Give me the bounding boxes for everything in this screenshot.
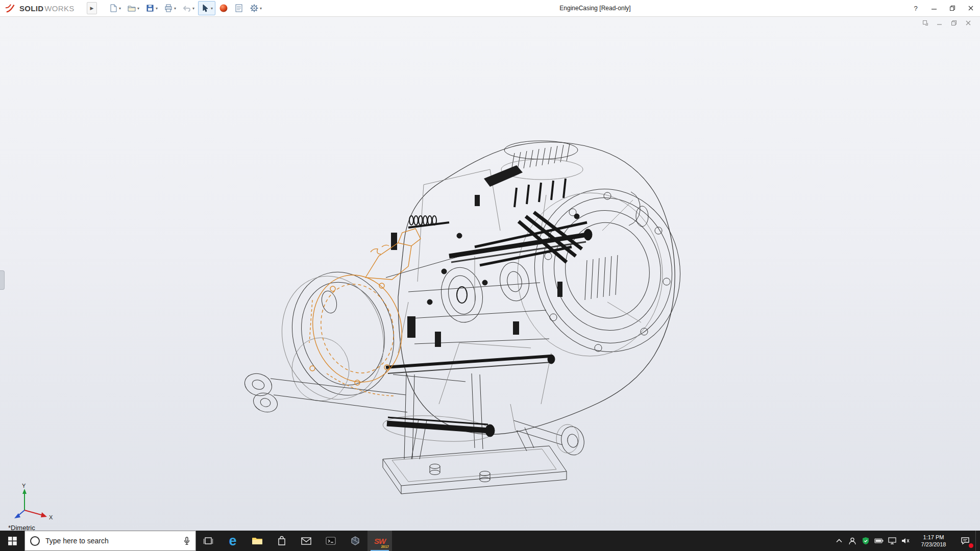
triad-x-label: X [49, 514, 53, 520]
battery-icon [874, 538, 884, 543]
print-button[interactable]: ▾ [161, 1, 179, 15]
window-controls: ? [906, 0, 980, 16]
select-cursor-icon [201, 4, 210, 13]
appearance-button[interactable] [216, 1, 231, 15]
taskbar-search[interactable] [24, 531, 196, 551]
tray-security[interactable] [859, 531, 872, 551]
dropdown-caret[interactable]: ▾ [260, 6, 262, 11]
clock-date: 7/23/2018 [921, 541, 946, 548]
dropdown-caret[interactable]: ▾ [119, 6, 121, 11]
store-icon [277, 536, 286, 546]
dropdown-caret[interactable]: ▾ [156, 6, 158, 11]
dropdown-caret[interactable]: ▾ [192, 6, 194, 11]
cortana-icon[interactable] [30, 536, 40, 546]
save-icon [145, 4, 155, 13]
solidworks-year-badge: 2017 [381, 545, 389, 548]
doc-minimize-button[interactable] [935, 19, 944, 27]
dropdown-caret[interactable]: ▾ [137, 6, 139, 11]
logo-text-works: WORKS [44, 4, 74, 13]
menu-expand-arrow[interactable]: ▶ [87, 2, 97, 14]
taskbar-edge[interactable]: e [220, 531, 245, 551]
clock-time: 1:17 PM [923, 534, 944, 541]
tray-network[interactable] [886, 531, 899, 551]
windows-start-icon [8, 537, 17, 545]
security-shield-icon [862, 537, 869, 545]
taskbar-store[interactable] [270, 531, 294, 551]
taskbar-terminal[interactable] [318, 531, 343, 551]
orientation-triad[interactable]: Y X [7, 482, 58, 524]
help-button[interactable]: ? [906, 0, 925, 16]
task-view-button[interactable] [196, 531, 220, 551]
graphics-area[interactable]: Y X *Dimetric [0, 16, 980, 531]
logo-text-solid: SOLID [19, 4, 43, 13]
terminal-icon [326, 536, 336, 545]
restore-icon [949, 5, 955, 11]
taskbar-file-explorer[interactable] [245, 531, 270, 551]
doc-arrange-icon [922, 19, 929, 27]
options-gear-icon [250, 4, 259, 13]
solidworks-logo-mark [5, 3, 17, 14]
file-explorer-icon [252, 536, 263, 545]
search-input[interactable] [44, 536, 179, 545]
close-button[interactable] [962, 0, 980, 16]
taskbar-solidworks[interactable]: SW 2017 [368, 531, 392, 551]
maximize-button[interactable] [943, 0, 962, 16]
start-button[interactable] [0, 531, 24, 551]
solidworks-app-icon: SW [374, 537, 385, 545]
solidworks-logo: SOLID WORKS [0, 3, 87, 14]
system-tray: 1:17 PM 7/23/2018 [832, 531, 980, 551]
microphone-icon[interactable] [183, 537, 190, 545]
minimize-icon [931, 5, 937, 11]
task-view-icon [203, 537, 213, 545]
open-folder-icon [127, 4, 136, 13]
volume-muted-icon [901, 537, 910, 544]
quick-access-toolbar: ▾ ▾ ▾ ▾ [106, 1, 264, 15]
appearance-sphere-icon [219, 4, 228, 13]
doc-restore-icon [951, 20, 957, 26]
action-center-button[interactable] [955, 531, 975, 551]
cube-icon [350, 536, 360, 546]
close-icon [968, 5, 974, 11]
show-desktop-button[interactable] [975, 531, 980, 551]
mail-icon [301, 537, 311, 545]
tray-expand-button[interactable] [832, 531, 846, 551]
tray-volume[interactable] [899, 531, 912, 551]
taskbar-clock[interactable]: 1:17 PM 7/23/2018 [912, 531, 955, 551]
taskbar-cube-app[interactable] [343, 531, 368, 551]
chevron-up-icon [836, 539, 842, 543]
save-button[interactable]: ▾ [143, 1, 160, 15]
doc-minimize-icon [937, 20, 943, 26]
new-document-icon [109, 4, 118, 13]
taskbar: e SW 2017 [0, 531, 980, 551]
undo-icon [182, 4, 191, 13]
dropdown-caret[interactable]: ▾ [211, 6, 213, 11]
taskbar-mail[interactable] [294, 531, 318, 551]
people-icon [848, 537, 856, 545]
select-tool-button[interactable]: ▾ [198, 1, 215, 15]
doc-close-button[interactable] [964, 19, 973, 27]
action-center-icon [961, 537, 970, 545]
tray-battery[interactable] [872, 531, 886, 551]
triad-y-label: Y [22, 483, 26, 489]
view-orientation-label: *Dimetric [8, 524, 35, 531]
open-button[interactable]: ▾ [125, 1, 142, 15]
window-title: EngineCasing [Read-only] [559, 0, 630, 16]
edge-icon: e [229, 534, 236, 548]
options-button[interactable]: ▾ [247, 1, 264, 15]
file-properties-button[interactable] [232, 1, 246, 15]
network-icon [888, 537, 896, 544]
document-window-controls [921, 19, 973, 27]
doc-restore-button[interactable] [949, 19, 959, 27]
tray-people[interactable] [846, 531, 859, 551]
notification-badge [969, 543, 973, 548]
print-icon [164, 4, 173, 13]
titlebar: SOLID WORKS ▶ ▾ ▾ ▾ [0, 0, 980, 17]
minimize-button[interactable] [925, 0, 943, 16]
undo-button[interactable]: ▾ [180, 1, 197, 15]
file-properties-icon [234, 4, 243, 13]
doc-arrange-button[interactable] [921, 19, 930, 27]
doc-close-icon [965, 20, 971, 26]
dropdown-caret[interactable]: ▾ [174, 6, 176, 11]
wireframe-model[interactable] [0, 16, 980, 531]
new-document-button[interactable]: ▾ [106, 1, 124, 15]
